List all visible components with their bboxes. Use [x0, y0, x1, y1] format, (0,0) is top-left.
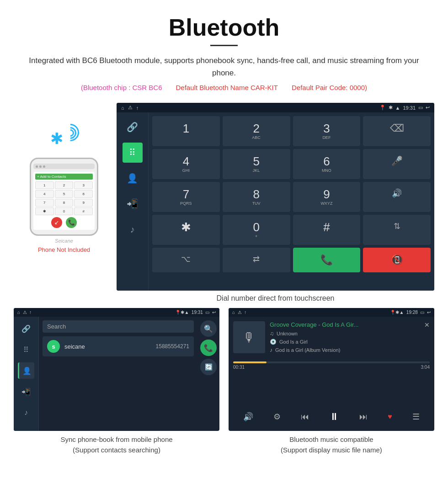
dial-call[interactable]: 📞: [293, 248, 361, 272]
pb-refresh-button[interactable]: 🔄: [200, 359, 217, 375]
car-unit-screen: ⌂ ⚠ ↑ 📍 ✱ ▲ 19:31 ▭ ↩ 🔗 ⠿: [117, 103, 434, 291]
music-album-label: God Is a Girl: [279, 339, 308, 345]
dial-key-8[interactable]: 8 TUV: [223, 182, 290, 212]
meta-paircode: Default Pair Code: 0000): [292, 84, 367, 91]
dial-key-0[interactable]: 0 +: [223, 215, 290, 245]
phone-key: 1: [35, 181, 54, 189]
meta-btname: Default Bluetooth Name CAR-KIT: [176, 84, 278, 91]
usb-icon: ↑: [136, 105, 139, 111]
bt-icon: ✱: [389, 105, 393, 111]
music-time-current: 00:31: [233, 365, 245, 370]
dial-key-star[interactable]: ✱: [152, 215, 220, 245]
dial-key-7[interactable]: 7 PQRS: [152, 182, 220, 212]
phone-key: 9: [74, 199, 93, 207]
music-eq-btn[interactable]: ⚙: [273, 412, 281, 422]
car-screen-area: ⌂ ⚠ ↑ 📍 ✱ ▲ 19:31 ▭ ↩ 🔗 ⠿: [114, 103, 434, 308]
car-main-content: 🔗 ⠿ 👤 📲 ♪ 1 2 ABC: [117, 112, 434, 291]
dialpad-grid: 1 2 ABC 3 DEF ⌫: [152, 116, 431, 272]
sidebar-dialpad-icon[interactable]: ⠿: [123, 143, 143, 163]
pb-search-button[interactable]: 🔍: [200, 320, 217, 337]
phone-frame: + Add to Contacts 1 2 3 4 5 6 7 8 9 ✱ 0 …: [30, 158, 98, 236]
header-description: Integrated with BC6 Bluetooth module, su…: [27, 54, 421, 79]
phone-key: 8: [55, 199, 74, 207]
back-icon[interactable]: ↩: [426, 105, 430, 111]
music-meta-song: ♪ God is a Girl (Album Version): [270, 347, 420, 353]
music-list-btn[interactable]: ☰: [412, 412, 420, 422]
dial-key-6[interactable]: 6 MNO: [293, 149, 361, 179]
dial-mute[interactable]: 🎤: [363, 149, 431, 179]
music-close-button[interactable]: ✕: [424, 321, 430, 329]
music-screen: ⌂ ⚠ ↑ 📍✱▲ 19:28 ▭ ↩ 🎙 Groove Coverage - …: [229, 308, 434, 431]
phonebook-caption-line2: (Support contacts searching): [73, 446, 160, 454]
bluetooth-signal-graphic: ✱: [46, 121, 82, 153]
dial-key-4[interactable]: 4 GHI: [152, 149, 220, 179]
clock: 19:31: [403, 105, 416, 111]
dial-key-1[interactable]: 1: [152, 116, 220, 146]
phonebook-item: ⌂ ⚠ ↑ 📍✱▲ 19:31 ▭ ↩ 🔗 ⠿ 👤 📲 ♪ Search s s…: [14, 308, 219, 457]
sidebar-music-icon[interactable]: ♪: [123, 219, 143, 239]
dial-swap[interactable]: ⇅: [363, 215, 431, 245]
music-song-label: God is a Girl (Album Version): [275, 347, 340, 353]
pb-contacts-icon[interactable]: 👤: [18, 362, 34, 379]
dial-swap2[interactable]: ⇄: [223, 248, 290, 272]
music-item: ⌂ ⚠ ↑ 📍✱▲ 19:28 ▭ ↩ 🎙 Groove Coverage - …: [229, 308, 434, 457]
sidebar-link-icon[interactable]: 🔗: [123, 117, 143, 137]
phone-bottom-row: ↙ 📞: [35, 217, 93, 228]
phonebook-screen: ⌂ ⚠ ↑ 📍✱▲ 19:31 ▭ ↩ 🔗 ⠿ 👤 📲 ♪ Search s s…: [14, 308, 219, 431]
music-status-bar: ⌂ ⚠ ↑ 📍✱▲ 19:28 ▭ ↩: [229, 308, 434, 317]
music-fav-btn[interactable]: ♥: [388, 413, 392, 421]
dial-volume[interactable]: 🔊: [363, 182, 431, 212]
phone-screen: + Add to Contacts 1 2 3 4 5 6 7 8 9 ✱ 0 …: [33, 172, 95, 230]
music-caption-line1: Bluetooth music compatible: [289, 435, 373, 443]
music-meta-icon1: ♫: [270, 330, 274, 337]
pb-dialpad-icon[interactable]: ⠿: [18, 341, 34, 358]
phone-dot: [39, 165, 42, 168]
dial-merge[interactable]: ⌥: [152, 248, 220, 272]
sidebar-contacts-icon[interactable]: 👤: [123, 168, 143, 188]
dialpad-area: 1 2 ABC 3 DEF ⌫: [149, 112, 434, 291]
phone-key: ✱: [35, 207, 54, 215]
car-sidebar: 🔗 ⠿ 👤 📲 ♪: [117, 112, 149, 291]
pb-status-left: ⌂ ⚠ ↑: [17, 310, 32, 315]
phone-dot: [43, 165, 45, 168]
car-status-bar: ⌂ ⚠ ↑ 📍 ✱ ▲ 19:31 ▭ ↩: [117, 103, 434, 112]
pb-search-bar[interactable]: Search: [43, 320, 194, 333]
music-album-art: 🎙: [233, 321, 265, 353]
phonebook-caption: Sync phone-book from mobile phone (Suppo…: [14, 431, 219, 457]
bottom-row: ⌂ ⚠ ↑ 📍✱▲ 19:31 ▭ ↩ 🔗 ⠿ 👤 📲 ♪ Search s s…: [0, 308, 448, 467]
pb-contact-name: seicane: [64, 343, 85, 350]
music-progress-area: 00:31 3:04: [233, 361, 430, 370]
phone-key: 6: [74, 190, 93, 198]
music-header: 🎙 Groove Coverage - God Is A Gir... ♫ Un…: [233, 321, 430, 355]
pb-contact-avatar: s: [47, 340, 60, 353]
dial-key-5[interactable]: 5 JKL: [223, 149, 290, 179]
dial-key-hash[interactable]: #: [293, 215, 361, 245]
music-meta-icon2: 💿: [270, 339, 277, 345]
dial-key-9[interactable]: 9 WXYZ: [293, 182, 361, 212]
header-meta: (Bluetooth chip : CSR BC6 Default Blueto…: [27, 84, 421, 91]
phone-not-included-label: Phone Not Included: [38, 246, 90, 253]
music-prev-btn[interactable]: ⏮: [301, 412, 309, 422]
dial-key-2[interactable]: 2 ABC: [223, 116, 290, 146]
pb-music-icon[interactable]: ♪: [18, 404, 34, 421]
phone-key: #: [74, 207, 93, 215]
wifi-icon: ▲: [395, 105, 400, 111]
pb-transfer-icon[interactable]: 📲: [18, 383, 34, 400]
music-controls: 🔊 ⚙ ⏮ ⏸ ⏭ ♥ ☰: [233, 407, 430, 426]
music-meta-icon3: ♪: [270, 347, 272, 353]
music-caption-line2: (Support display music file name): [281, 446, 382, 454]
title-divider: [210, 45, 238, 46]
pb-link-icon[interactable]: 🔗: [18, 320, 34, 337]
sidebar-transfer-icon[interactable]: 📲: [123, 194, 143, 214]
music-caption: Bluetooth music compatible (Support disp…: [229, 431, 434, 457]
dial-end[interactable]: 📵: [363, 248, 431, 272]
dial-backspace[interactable]: ⌫: [363, 116, 431, 146]
music-time-total: 3:04: [421, 365, 430, 370]
music-play-btn[interactable]: ⏸: [329, 411, 339, 423]
music-next-btn[interactable]: ⏭: [359, 412, 368, 422]
music-volume-btn[interactable]: 🔊: [243, 412, 253, 422]
music-time-row: 00:31 3:04: [233, 365, 430, 370]
pb-actions: 🔍 📞 🔄: [197, 317, 219, 431]
dial-key-3[interactable]: 3 DEF: [293, 116, 361, 146]
pb-call-button[interactable]: 📞: [200, 340, 217, 356]
